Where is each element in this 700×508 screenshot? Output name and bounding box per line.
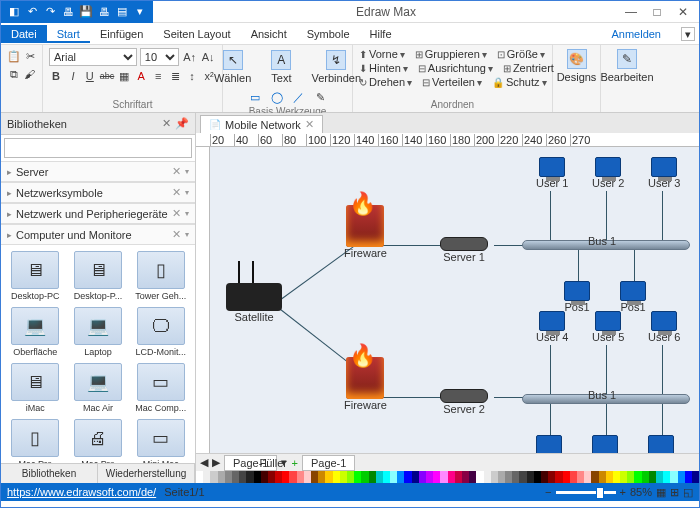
font-grow-icon[interactable]: A↑ (182, 49, 198, 65)
align-btn[interactable]: ⊟ Ausrichtung▾ (418, 62, 493, 74)
rotate-btn[interactable]: ↻ Drehen▾ (359, 76, 412, 88)
grid-icon[interactable]: ▤ (115, 5, 129, 19)
node-server-2[interactable]: Server 2 (440, 389, 488, 415)
redo-icon[interactable]: ↷ (43, 5, 57, 19)
sidebar-tab-recovery[interactable]: Wiederherstellung (98, 464, 195, 483)
library-item[interactable]: 💻Oberfläche (5, 305, 66, 359)
font-size-select[interactable]: 10 (140, 48, 179, 66)
bold-button[interactable]: B (49, 68, 63, 84)
minimize-button[interactable]: — (619, 5, 643, 19)
protect-btn[interactable]: 🔒 Schutz▾ (492, 76, 547, 88)
tab-insert[interactable]: Einfügen (90, 25, 153, 43)
canvas[interactable]: Satellite Fireware Fireware Server 1 Ser… (196, 147, 699, 453)
paste-icon[interactable]: 📋 (7, 48, 21, 64)
text-tool[interactable]: AText (265, 48, 297, 86)
status-url[interactable]: https://www.edrawsoft.com/de/ (7, 486, 156, 498)
page-prev-icon[interactable]: ◀ (200, 456, 208, 469)
italic-button[interactable]: I (66, 68, 80, 84)
shape-rect-icon[interactable]: ▭ (247, 89, 263, 105)
doc-tab-mobile-network[interactable]: Mobile Network✕ (200, 115, 323, 133)
collapse-ribbon-icon[interactable]: ▾ (681, 27, 695, 41)
library-item[interactable]: ▭Mac Comp... (130, 361, 191, 415)
tab-symbols[interactable]: Symbole (297, 25, 360, 43)
node-pc-bottom-1[interactable] (536, 435, 562, 453)
print2-icon[interactable]: 🖶 (97, 5, 111, 19)
node-user-1[interactable]: User 1 (536, 157, 568, 189)
print-icon[interactable]: 🖶 (61, 5, 75, 19)
cat-server[interactable]: Server✕▾ (1, 161, 195, 182)
qat-dropdown-icon[interactable]: ▾ (133, 5, 147, 19)
page-add-icon[interactable]: + (291, 457, 297, 469)
edit-button[interactable]: ✎Bearbeiten (594, 47, 659, 85)
cat-network-peripherals[interactable]: Netzwerk und Peripheriegeräte✕▾ (1, 203, 195, 224)
cat-network-symbols[interactable]: Netzwerksymbole✕▾ (1, 182, 195, 203)
close-button[interactable]: ✕ (671, 5, 695, 19)
library-item[interactable]: ▯Tower Geh... (130, 249, 191, 303)
shape-line-icon[interactable]: ／ (291, 89, 307, 105)
tab-start[interactable]: Start (47, 25, 90, 43)
view-mode-2-icon[interactable]: ⊞ (670, 486, 679, 499)
library-item[interactable]: ▯Mac Pro (5, 417, 66, 463)
undo-icon[interactable]: ↶ (25, 5, 39, 19)
send-back[interactable]: ⬇ Hinten▾ (359, 62, 408, 74)
brush-icon[interactable]: 🖌 (23, 66, 36, 82)
maximize-button[interactable]: □ (645, 5, 669, 19)
sidebar-close-icon[interactable]: ✕ (162, 117, 171, 130)
page-tab-2[interactable]: Page-1 (302, 455, 355, 471)
zoom-slider[interactable] (556, 491, 616, 494)
cut-icon[interactable]: ✂ (24, 48, 36, 64)
node-user-2[interactable]: User 2 (592, 157, 624, 189)
zoom-in-icon[interactable]: + (620, 486, 626, 498)
font-color-icon[interactable]: A (134, 68, 148, 84)
qat-menu-icon[interactable]: ◧ (7, 5, 21, 19)
group-btn[interactable]: ⊞ Gruppieren▾ (415, 48, 487, 60)
library-item[interactable]: 🖥Desktop-PC (5, 249, 66, 303)
center-btn[interactable]: ⊞ Zentriert (503, 62, 554, 74)
node-fireware-1[interactable]: Fireware (344, 205, 387, 259)
node-user-3[interactable]: User 3 (648, 157, 680, 189)
node-pos-1[interactable]: Pos1 (564, 281, 590, 313)
node-pos-2[interactable]: Pos1 (620, 281, 646, 313)
view-mode-3-icon[interactable]: ◱ (683, 486, 693, 499)
shape-pencil-icon[interactable]: ✎ (313, 89, 329, 105)
file-menu[interactable]: Datei (1, 25, 47, 43)
library-item[interactable]: 🖥iMac (5, 361, 66, 415)
node-pc-bottom-2[interactable] (592, 435, 618, 453)
size-btn[interactable]: ⊡ Größe▾ (497, 48, 545, 60)
node-user-4[interactable]: User 4 (536, 311, 568, 343)
font-family-select[interactable]: Arial (49, 48, 137, 66)
distribute-btn[interactable]: ⊟ Verteilen▾ (422, 76, 482, 88)
node-pc-bottom-3[interactable] (648, 435, 674, 453)
bullets-icon[interactable]: ≡ (151, 68, 165, 84)
cat-computers[interactable]: Computer und Monitore✕▾ (1, 224, 195, 245)
zoom-out-icon[interactable]: − (545, 486, 551, 498)
tab-view[interactable]: Ansicht (241, 25, 297, 43)
library-item[interactable]: 🖨Mac Pro (68, 417, 129, 463)
library-item[interactable]: 💻Mac Air (68, 361, 129, 415)
shape-oval-icon[interactable]: ◯ (269, 89, 285, 105)
align-icon[interactable]: ≣ (168, 68, 182, 84)
library-item[interactable]: 💻Laptop (68, 305, 129, 359)
color-swatches[interactable] (196, 471, 699, 483)
library-item[interactable]: 🖥Desktop-P... (68, 249, 129, 303)
tab-help[interactable]: Hilfe (360, 25, 402, 43)
node-fireware-2[interactable]: Fireware (344, 357, 387, 411)
login-link[interactable]: Anmelden (611, 28, 681, 40)
node-user-5[interactable]: User 5 (592, 311, 624, 343)
select-tool[interactable]: ↖Wählen (208, 48, 257, 86)
tab-page-layout[interactable]: Seiten Layout (153, 25, 240, 43)
library-item[interactable]: ▭Mini Mac (130, 417, 191, 463)
library-item[interactable]: 🖵LCD-Monit... (130, 305, 191, 359)
copy-icon[interactable]: ⧉ (7, 66, 20, 82)
node-server-1[interactable]: Server 1 (440, 237, 488, 263)
sidebar-pin-icon[interactable]: 📌 (175, 117, 189, 130)
bring-front[interactable]: ⬆ Vorne▾ (359, 48, 405, 60)
spacing-icon[interactable]: ↕ (185, 68, 199, 84)
underline-button[interactable]: U (83, 68, 97, 84)
node-satellite[interactable]: Satellite (226, 283, 282, 323)
highlight-icon[interactable]: ▦ (117, 68, 131, 84)
save-icon[interactable]: 💾 (79, 5, 93, 19)
page-next-icon[interactable]: ▶ (212, 456, 220, 469)
node-user-6[interactable]: User 6 (648, 311, 680, 343)
sidebar-tab-libraries[interactable]: Bibliotheken (1, 464, 98, 483)
